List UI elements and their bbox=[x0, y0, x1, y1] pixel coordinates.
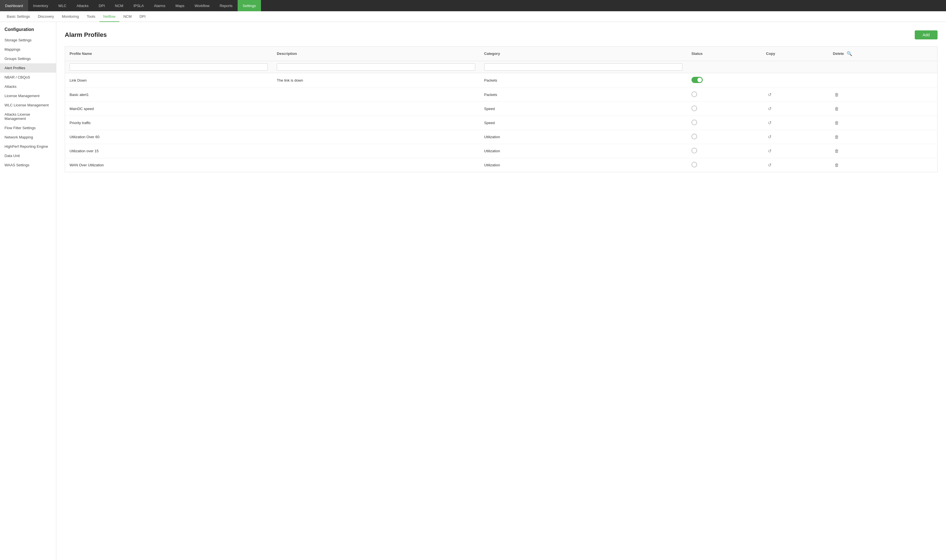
sidebar-section-title: Configuration bbox=[0, 22, 56, 35]
sidebar-item-flow-filter-settings[interactable]: Flow Filter Settings bbox=[0, 123, 56, 132]
sidebar-item-storage-settings[interactable]: Storage Settings bbox=[0, 35, 56, 45]
cell-profile-name: Basic alert1 bbox=[65, 88, 272, 102]
top-nav-item-alarms[interactable]: Alarms bbox=[149, 0, 170, 11]
cell-status bbox=[687, 144, 761, 158]
top-nav-item-settings[interactable]: Settings bbox=[237, 0, 261, 11]
filter-description-input[interactable] bbox=[277, 63, 475, 71]
sidebar-item-attacks-license-management[interactable]: Attacks License Management bbox=[0, 110, 56, 123]
sidebar-item-attacks[interactable]: Attacks bbox=[0, 82, 56, 91]
cell-category: Speed bbox=[480, 116, 687, 130]
col-header-category: Category bbox=[480, 46, 687, 61]
sidebar-item-mappings[interactable]: Mappings bbox=[0, 45, 56, 54]
filter-category-cell bbox=[480, 61, 687, 73]
status-toggle-off[interactable] bbox=[692, 162, 697, 168]
delete-icon[interactable]: 🗑 bbox=[833, 106, 841, 112]
sidebar-item-groups-settings[interactable]: Groups Settings bbox=[0, 54, 56, 63]
table-row: MainDC speedSpeed↺🗑 bbox=[65, 102, 937, 116]
cell-profile-name: MainDC speed bbox=[65, 102, 272, 116]
cell-category: Packets bbox=[480, 88, 687, 102]
cell-status bbox=[687, 73, 761, 88]
second-navigation: Basic SettingsDiscoveryMonitoringToolsNe… bbox=[0, 11, 946, 22]
sidebar-item-alert-profiles[interactable]: Alert Profiles bbox=[0, 63, 56, 72]
sidebar-item-highperf-reporting-engine[interactable]: HighPerf Reporting Engine bbox=[0, 142, 56, 151]
filter-description-cell bbox=[272, 61, 479, 73]
delete-icon[interactable]: 🗑 bbox=[833, 148, 841, 154]
delete-icon[interactable]: 🗑 bbox=[833, 120, 841, 126]
cell-copy bbox=[761, 73, 828, 88]
sidebar-item-license-management[interactable]: License Management bbox=[0, 91, 56, 100]
top-nav-item-ncm[interactable]: NCM bbox=[110, 0, 128, 11]
status-toggle-off[interactable] bbox=[692, 91, 697, 97]
top-nav-item-reports[interactable]: Reports bbox=[214, 0, 237, 11]
second-nav-item-dpi[interactable]: DPI bbox=[136, 12, 149, 22]
table-row: Utilization over 15Utilization↺🗑 bbox=[65, 144, 937, 158]
filter-copy-cell bbox=[761, 61, 828, 73]
top-nav-item-inventory[interactable]: Inventory bbox=[28, 0, 53, 11]
cell-delete: 🗑 bbox=[828, 144, 937, 158]
cell-status bbox=[687, 158, 761, 172]
cell-category: Utilization bbox=[480, 158, 687, 172]
page-header: Alarm Profiles Add bbox=[65, 31, 938, 39]
status-toggle-off[interactable] bbox=[692, 106, 697, 111]
second-nav-item-discovery[interactable]: Discovery bbox=[34, 12, 58, 22]
sidebar-item-nbar-cbqos[interactable]: NBAR / CBQoS bbox=[0, 72, 56, 82]
add-button[interactable]: Add bbox=[915, 31, 938, 39]
table-row: Priority trafficSpeed↺🗑 bbox=[65, 116, 937, 130]
delete-icon[interactable]: 🗑 bbox=[833, 134, 841, 140]
cell-delete: 🗑 bbox=[828, 130, 937, 144]
second-nav-item-monitoring[interactable]: Monitoring bbox=[58, 12, 83, 22]
cell-delete: 🗑 bbox=[828, 158, 937, 172]
top-nav-item-dpi[interactable]: DPI bbox=[94, 0, 110, 11]
second-nav-item-ncm[interactable]: NCM bbox=[119, 12, 136, 22]
top-navigation: DashboardInventoryWLCAttacksDPINCMIPSLAA… bbox=[0, 0, 946, 11]
top-nav-item-ipsla[interactable]: IPSLA bbox=[128, 0, 149, 11]
col-header-delete: Delete 🔍 bbox=[828, 46, 937, 61]
cell-description bbox=[272, 158, 479, 172]
cell-copy: ↺ bbox=[761, 130, 828, 144]
top-nav-item-dashboard[interactable]: Dashboard bbox=[0, 0, 28, 11]
col-header-status: Status bbox=[687, 46, 761, 61]
sidebar-item-waas-settings[interactable]: WAAS Settings bbox=[0, 160, 56, 170]
top-nav-item-maps[interactable]: Maps bbox=[170, 0, 190, 11]
copy-icon[interactable]: ↺ bbox=[766, 106, 773, 112]
status-toggle-off[interactable] bbox=[692, 120, 697, 125]
filter-profile-name-input[interactable] bbox=[69, 63, 268, 71]
sidebar-item-data-unit[interactable]: Data Unit bbox=[0, 151, 56, 160]
copy-icon[interactable]: ↺ bbox=[766, 120, 773, 126]
cell-description bbox=[272, 130, 479, 144]
cell-copy: ↺ bbox=[761, 116, 828, 130]
delete-icon[interactable]: 🗑 bbox=[833, 92, 841, 98]
sidebar-item-wlc-license-management[interactable]: WLC License Management bbox=[0, 100, 56, 110]
page-title: Alarm Profiles bbox=[65, 31, 107, 38]
top-nav-item-workflow[interactable]: Workflow bbox=[190, 0, 214, 11]
cell-copy: ↺ bbox=[761, 102, 828, 116]
copy-icon[interactable]: ↺ bbox=[766, 148, 773, 154]
sidebar-item-network-mapping[interactable]: Network Mapping bbox=[0, 132, 56, 142]
cell-description bbox=[272, 102, 479, 116]
top-nav-item-attacks[interactable]: Attacks bbox=[71, 0, 94, 11]
table-body: Link DownThe link is downPacketsBasic al… bbox=[65, 73, 937, 172]
second-nav-item-basic-settings[interactable]: Basic Settings bbox=[3, 12, 34, 22]
copy-icon[interactable]: ↺ bbox=[766, 134, 773, 140]
cell-profile-name: Link Down bbox=[65, 73, 272, 88]
cell-description bbox=[272, 116, 479, 130]
cell-category: Utilization bbox=[480, 130, 687, 144]
top-nav-item-wlc[interactable]: WLC bbox=[53, 0, 71, 11]
cell-profile-name: Utilization over 15 bbox=[65, 144, 272, 158]
second-nav-item-netflow[interactable]: Netflow bbox=[99, 12, 119, 22]
delete-icon[interactable]: 🗑 bbox=[833, 162, 841, 168]
col-header-copy: Copy bbox=[761, 46, 828, 61]
second-nav-item-tools[interactable]: Tools bbox=[83, 12, 99, 22]
col-header-profile-name: Profile Name bbox=[65, 46, 272, 61]
cell-delete: 🗑 bbox=[828, 88, 937, 102]
table-search-icon[interactable]: 🔍 bbox=[846, 50, 854, 57]
cell-status bbox=[687, 116, 761, 130]
table-row: Basic alert1Packets↺🗑 bbox=[65, 88, 937, 102]
status-toggle-off[interactable] bbox=[692, 134, 697, 139]
table-row: Link DownThe link is downPackets bbox=[65, 73, 937, 88]
filter-category-input[interactable] bbox=[484, 63, 683, 71]
status-toggle-off[interactable] bbox=[692, 148, 697, 153]
status-toggle-on[interactable] bbox=[692, 77, 703, 83]
copy-icon[interactable]: ↺ bbox=[766, 92, 773, 98]
copy-icon[interactable]: ↺ bbox=[766, 162, 773, 168]
